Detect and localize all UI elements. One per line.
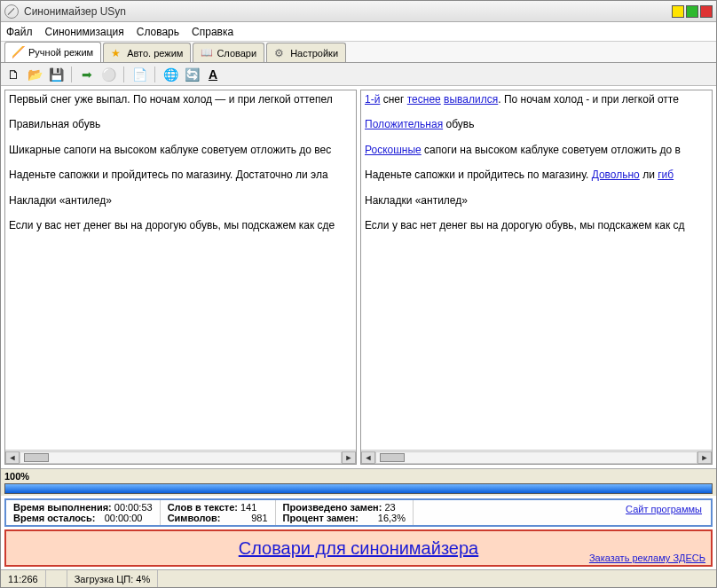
stats-panel: Время выполнения: 00:00:53 Время осталос… [4,498,713,527]
gear-icon [274,47,287,59]
program-site-link[interactable]: Сайт программы [617,500,711,525]
text-line: Накладки «антилед» [9,194,352,207]
export-button[interactable]: 📄 [130,66,148,83]
scroll-left-icon[interactable]: ◄ [361,451,375,464]
progress-percent: 100% [4,471,713,482]
text-line: Правильная обувь [9,118,352,130]
ad-order-link[interactable]: Заказать рекламу ЗДЕСЬ [589,553,705,563]
cpu-load: Загрузка ЦП: 4% [67,570,159,587]
tab-dicts-label: Словари [217,48,256,59]
link-label: Сайт программы [626,504,702,514]
close-button[interactable] [700,5,713,18]
open-button[interactable]: 📂 [26,66,43,83]
editor-panes: Первый снег уже выпал. По ночам холод — … [1,86,716,468]
maximize-button[interactable] [686,5,698,18]
stat-value: 00:00:00 [98,513,142,523]
h-scrollbar[interactable]: ◄ ► [5,450,356,464]
toolbar: 🗋 📂 💾 ➡ ⚪ 📄 🌐 🔄 A [1,63,716,86]
text-line: Если у вас нет денег вы на дорогую обувь… [9,219,352,231]
progress-fill [5,484,712,493]
refresh-button[interactable]: 🔄 [183,66,201,83]
stat-label: Произведено замен: [283,502,382,513]
window-buttons [672,5,713,18]
font-button[interactable]: A [204,66,222,83]
progress-bar [4,483,713,494]
globe-button[interactable]: 🌐 [162,66,179,83]
progress-area: 100% [1,468,716,496]
tab-auto-label: Авто. режим [127,48,183,59]
scroll-thumb[interactable] [24,453,49,462]
stats-words: Слов в тексте: 141 Символов: 981 [161,500,276,525]
menu-synonymize[interactable]: Синонимизация [45,26,124,38]
ad-banner: Словари для синонимайзера Заказать рекла… [4,529,713,567]
window-title: Синонимайзер USyn [24,5,672,18]
separator [71,67,72,82]
menu-dictionary[interactable]: Словарь [137,26,179,38]
app-window: Синонимайзер USyn Файл Синонимизация Сло… [0,0,717,588]
run-button[interactable]: ➡ [78,66,96,83]
left-pane: Первый снег уже выпал. По ночам холод — … [4,90,357,465]
minimize-button[interactable] [672,5,684,18]
pencil-icon [12,46,25,59]
tab-settings[interactable]: Настройки [266,43,346,62]
save-button[interactable]: 💾 [47,66,65,83]
tab-manual-label: Ручной режим [28,47,93,58]
right-pane: 1-й снег теснее вывалился. По ночам холо… [360,90,713,465]
tab-manual[interactable]: Ручной режим [4,42,101,62]
star-icon [111,47,123,59]
stat-label: Время выполнения: [13,502,112,513]
scroll-right-icon[interactable]: ► [697,451,712,464]
scroll-left-icon[interactable]: ◄ [5,451,20,464]
link-label: Словари для синонимайзера [239,538,478,558]
text-line: Роскошные сапоги на высоком каблуке сове… [365,144,708,156]
stat-label: Время осталось: [13,513,95,523]
h-scrollbar[interactable]: ◄ ► [361,450,712,464]
link-label: Заказать рекламу ЗДЕСЬ [589,553,705,563]
source-text[interactable]: Первый снег уже выпал. По ночам холод — … [5,90,356,450]
status-spacer [46,570,67,587]
status-bar: 11:266 Загрузка ЦП: 4% [1,569,716,587]
stat-label: Процент замен: [283,513,358,523]
text-line: Наденьте сапожки и пройдитесь по магазин… [9,169,352,181]
tab-dictionaries[interactable]: Словари [193,43,264,62]
stat-value: 23 [385,502,396,513]
tab-auto[interactable]: Авто. режим [103,43,191,62]
scroll-track[interactable] [375,451,697,464]
tab-settings-label: Настройки [290,48,338,59]
scroll-thumb[interactable] [380,453,405,462]
stat-value: 16,3% [361,513,406,523]
text-line: Накладки «антилед» [365,194,708,207]
menu-file[interactable]: Файл [6,26,33,38]
stat-value: 981 [224,513,268,523]
text-line: 1-й снег теснее вывалился. По ночам холо… [365,93,708,106]
tab-bar: Ручной режим Авто. режим Словари Настрой… [1,42,716,63]
menu-bar: Файл Синонимизация Словарь Справка [1,22,716,42]
text-line: Положительная обувь [365,118,708,130]
title-bar: Синонимайзер USyn [1,1,716,22]
stats-replace: Произведено замен: 23 Процент замен: 16,… [276,500,414,525]
text-line: Первый снег уже выпал. По ночам холод — … [9,93,352,106]
separator [154,67,155,82]
text-line: Если у вас нет денег вы на дорогую обувь… [365,219,708,231]
stats-time: Время выполнения: 00:00:53 Время осталос… [6,500,161,525]
new-button[interactable]: 🗋 [4,66,22,83]
ad-main-link[interactable]: Словари для синонимайзера [239,538,478,559]
cursor-position: 11:266 [1,570,46,587]
app-icon [4,4,19,19]
book-icon [201,47,213,59]
stat-value: 00:00:53 [114,502,153,513]
text-line: Наденьте сапожки и пройдитесь по магазин… [365,169,708,181]
result-text[interactable]: 1-й снег теснее вывалился. По ночам холо… [361,90,712,450]
scroll-right-icon[interactable]: ► [342,451,356,464]
stat-label: Символов: [168,513,221,523]
menu-help[interactable]: Справка [192,26,233,38]
separator [123,67,124,82]
stat-value: 141 [240,502,256,513]
text-line: Шикарные сапоги на высоком каблуке совет… [9,144,352,156]
scroll-track[interactable] [20,451,342,464]
stat-label: Слов в тексте: [168,502,238,513]
stop-button[interactable]: ⚪ [99,66,117,83]
